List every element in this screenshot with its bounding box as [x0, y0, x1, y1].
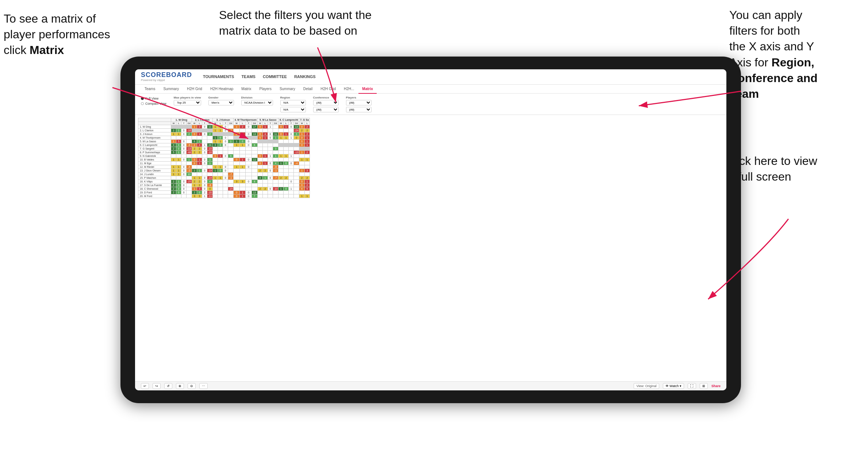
row-label: 10. B Valdes	[138, 158, 171, 161]
tab-teams[interactable]: Teams	[141, 85, 159, 94]
matrix-cell: 0	[294, 136, 299, 139]
row-label: 3. J Koivun	[138, 132, 171, 136]
matrix-cell	[284, 139, 289, 143]
ann-topleft-bold: Matrix	[30, 43, 64, 57]
matrix-cell: -20	[207, 190, 213, 194]
matrix-cell	[294, 158, 299, 161]
matrix-cell: 2	[304, 183, 310, 187]
matrix-cell	[279, 128, 284, 132]
matrix-cell: 1	[197, 169, 202, 172]
toolbar-redo[interactable]: ↪	[153, 383, 161, 389]
matrix-cell	[268, 139, 273, 143]
matrix-cell: 1	[304, 194, 310, 198]
radio-compact-view[interactable]: Compact View	[141, 102, 166, 105]
matrix-cell: 0	[181, 132, 187, 136]
nav-committee[interactable]: COMMITTEE	[263, 73, 287, 80]
tab-h2h-grid2[interactable]: H2H Grid	[317, 85, 339, 94]
matrix-cell: 1	[176, 165, 181, 169]
toolbar-watch[interactable]: 👁 Watch ▾	[663, 383, 684, 389]
matrix-cell: 1	[263, 176, 268, 180]
matrix-cell: 0	[258, 154, 263, 158]
toolbar-zoom-out[interactable]: ⊖	[188, 383, 196, 389]
matrix-cell: 0	[284, 161, 289, 165]
table-row: 2. L Clanton210-16110-1-2422	[138, 128, 310, 132]
filter-conference-select[interactable]: (All)	[313, 100, 339, 105]
matrix-cell: 0	[246, 180, 251, 183]
row-label: 17. S De La Fuente	[138, 183, 171, 187]
filter-region-select[interactable]: N/A	[280, 100, 306, 105]
filter-gender-select[interactable]: Men's	[208, 100, 234, 105]
sh-5-l: L	[263, 121, 268, 125]
matrix-cell	[279, 139, 284, 143]
matrix-cell: 0	[234, 132, 239, 136]
matrix-cell	[258, 180, 263, 183]
matrix-cell	[187, 194, 192, 198]
matrix-cell: 0	[181, 143, 187, 147]
matrix-cell: 0	[202, 161, 207, 165]
matrix-cell: 0	[246, 139, 251, 143]
tab-h2h-heatmap[interactable]: H2H Heatmap	[207, 85, 237, 94]
matrix-tbody: 1. W Ding120111101201701101013022. L Cla…	[138, 125, 310, 198]
matrix-cell: 2	[299, 128, 304, 132]
toolbar-grid[interactable]: ⊞	[700, 383, 708, 389]
matrix-cell: 13	[251, 132, 257, 136]
matrix-cell: 1	[218, 128, 223, 132]
filter-region-select2[interactable]: N/A	[280, 107, 306, 112]
matrix-cell: 0	[289, 161, 294, 165]
matrix-cell: 1	[213, 128, 218, 132]
tab-matrix2[interactable]: Matrix	[358, 85, 376, 94]
toolbar-undo[interactable]: ↩	[141, 383, 149, 389]
matrix-cell: 1	[176, 158, 181, 161]
tab-summary[interactable]: Summary	[160, 85, 183, 94]
matrix-cell	[213, 147, 218, 150]
matrix-cell: 1	[213, 136, 218, 139]
matrix-cell: 0	[202, 169, 207, 172]
matrix-cell: 0	[234, 190, 239, 194]
radio-full-view[interactable]: Full View	[141, 97, 166, 100]
matrix-cell: 0	[223, 176, 228, 180]
tab-matrix[interactable]: Matrix	[238, 85, 255, 94]
matrix-cell: 0	[181, 169, 187, 172]
matrix-cell: 1	[289, 154, 294, 158]
matrix-cell	[289, 183, 294, 187]
toolbar-more[interactable]: ⋯	[199, 383, 208, 389]
matrix-cell: 1	[176, 132, 181, 136]
table-row: 5. M La Sasso15061110110001	[138, 139, 310, 143]
matrix-cell: 4	[207, 180, 213, 183]
toolbar-fullscreen[interactable]: ⛶	[688, 383, 696, 389]
tab-summary2[interactable]: Summary	[276, 85, 299, 94]
matrix-cell: 0	[279, 132, 284, 136]
matrix-cell: 0	[299, 125, 304, 128]
matrix-cell: 1	[176, 128, 181, 132]
matrix-cell: 11	[251, 158, 257, 161]
nav-rankings[interactable]: RANKINGS	[294, 73, 316, 80]
nav-teams[interactable]: TEAMS	[241, 73, 256, 80]
matrix-cell: 1	[279, 187, 284, 190]
filter-max-players-select[interactable]: Top 25	[174, 100, 201, 105]
filter-players-select[interactable]: (All)	[346, 100, 372, 105]
matrix-cell	[181, 161, 187, 165]
toolbar-zoom-in[interactable]: ⊕	[176, 383, 184, 389]
col-header-3: 3. J Koivun	[213, 118, 234, 121]
matrix-area[interactable]: 1. W Ding 2. L Clanton 3. J Koivun 4. M …	[135, 115, 726, 381]
toolbar-refresh[interactable]: ↺	[164, 383, 172, 389]
view-original-label[interactable]: View: Original	[634, 383, 659, 389]
filter-players-select2[interactable]: (All)	[346, 107, 372, 112]
tab-h2h-more[interactable]: H2H...	[340, 85, 358, 94]
matrix-cell	[251, 139, 257, 143]
matrix-cell	[187, 125, 192, 128]
matrix-cell	[202, 136, 207, 139]
matrix-cell: 0	[234, 158, 239, 161]
matrix-cell: 1	[218, 176, 223, 180]
matrix-cell	[304, 147, 310, 150]
matrix-cell: 2	[304, 150, 310, 154]
toolbar-share[interactable]: Share	[711, 384, 721, 388]
tab-h2h-grid[interactable]: H2H Grid	[183, 85, 206, 94]
tab-detail[interactable]: Detail	[300, 85, 316, 94]
filter-division-select[interactable]: NCAA Division I	[241, 100, 273, 105]
matrix-cell	[246, 176, 251, 180]
filter-conference-select2[interactable]: (All)	[313, 107, 339, 112]
tab-players[interactable]: Players	[256, 85, 275, 94]
matrix-cell	[299, 147, 304, 150]
nav-tournaments[interactable]: TOURNAMENTS	[203, 73, 234, 80]
